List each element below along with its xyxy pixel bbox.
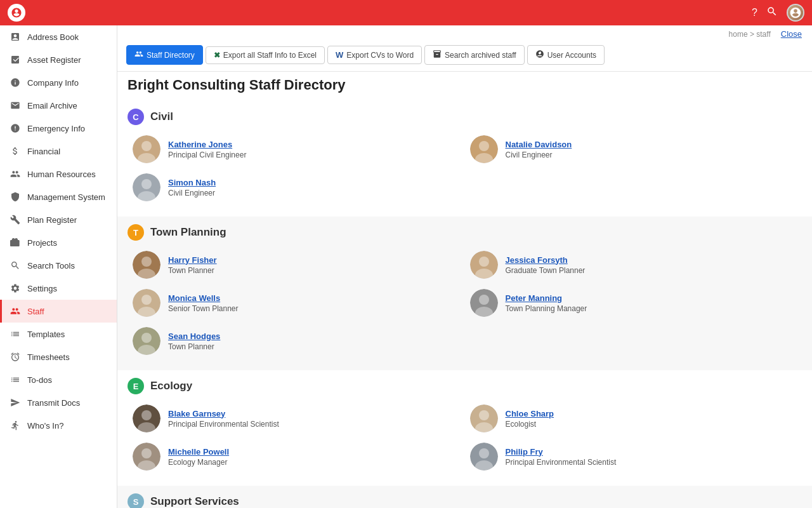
logo (8, 4, 25, 22)
staff-title: Ecology Manager (168, 458, 229, 467)
breadcrumb: home > staff (729, 30, 771, 39)
svg-point-28 (479, 410, 489, 420)
staff-info: Peter Manning Town Planning Manager (506, 293, 587, 313)
staff-avatar (133, 327, 160, 355)
dept-header: S Support Services (117, 486, 812, 508)
transmit-docs-icon (10, 397, 21, 408)
staff-info: Blake Garnsey Principal Environmental Sc… (168, 409, 279, 429)
templates-icon (10, 328, 21, 340)
staff-name[interactable]: Philip Fry (506, 447, 617, 457)
dept-badge: C (128, 109, 144, 125)
svg-point-34 (479, 448, 489, 458)
staff-name[interactable]: Monica Wells (168, 293, 239, 303)
staff-name[interactable]: Blake Garnsey (168, 409, 279, 418)
dept-badge: T (128, 224, 144, 241)
staff-name[interactable]: Simon Nash (168, 178, 216, 187)
dept-name: Ecology (150, 380, 192, 392)
staff-avatar (133, 404, 160, 432)
sidebar-label-templates: Templates (27, 330, 65, 339)
sidebar-label-transmit-docs: Transmit Docs (27, 398, 80, 408)
page-title: Bright Consulting Staff Directory (117, 72, 812, 101)
dept-section-ecology: E Ecology Blake Garnsey Principal Enviro… (117, 370, 812, 486)
staff-avatar (470, 443, 498, 471)
close-button[interactable]: Close (781, 29, 802, 39)
staff-name[interactable]: Peter Manning (506, 293, 587, 303)
sidebar-item-staff[interactable]: Staff (0, 300, 117, 323)
sidebar-label-whos-in: Who's In? (27, 421, 63, 431)
staff-title: Senior Town Planner (168, 304, 239, 313)
staff-card[interactable]: Simon Nash Civil Engineer (128, 168, 465, 206)
staff-card[interactable]: Chloe Sharp Ecologist (465, 399, 802, 438)
sidebar-label-human-resources: Human Resources (27, 170, 96, 179)
search-icon[interactable] (766, 6, 778, 20)
staff-grid: Harry Fisher Town Planner Jessica Forsyt… (117, 246, 812, 370)
sidebar-item-todos[interactable]: To-dos (0, 368, 117, 391)
dept-header: T Town Planning (117, 217, 812, 246)
user-accounts-button[interactable]: User Accounts (527, 45, 605, 65)
staff-card[interactable]: Katherine Jones Principal Civil Engineer (128, 130, 465, 168)
sidebar-item-email-archive[interactable]: Email Archive (0, 94, 117, 117)
sidebar-item-company-info[interactable]: Company Info (0, 71, 117, 94)
export-excel-button[interactable]: ✖ Export all Staff Info to Excel (206, 46, 325, 64)
sidebar-label-todos: To-dos (27, 375, 52, 385)
sidebar-label-asset-register: Asset Register (27, 55, 81, 65)
staff-name[interactable]: Jessica Forsyth (506, 255, 586, 265)
word-icon: W (336, 50, 343, 60)
sidebar-label-financial: Financial (27, 147, 60, 156)
sidebar-label-projects: Projects (27, 238, 57, 248)
svg-point-1 (141, 141, 152, 151)
staff-name[interactable]: Natalie Davidson (506, 140, 572, 149)
staff-card[interactable]: Sean Hodges Town Planner (128, 322, 465, 360)
staff-card[interactable]: Peter Manning Town Planning Manager (465, 284, 802, 322)
staff-name[interactable]: Harry Fisher (168, 255, 217, 265)
sidebar-label-plan-register: Plan Register (27, 215, 77, 225)
sidebar-item-asset-register[interactable]: Asset Register (0, 48, 117, 71)
dept-name: Town Planning (150, 226, 226, 239)
sidebar-item-whos-in[interactable]: Who's In? (0, 414, 117, 437)
sidebar-item-human-resources[interactable]: Human Resources (0, 163, 117, 185)
sidebar-item-emergency-info[interactable]: Emergency Info (0, 117, 117, 140)
search-archived-label: Search archived staff (445, 51, 516, 60)
sidebar-item-projects[interactable]: Projects (0, 231, 117, 254)
sidebar-item-address-book[interactable]: Address Book (0, 25, 117, 48)
sidebar-item-management-system[interactable]: Management System (0, 185, 117, 208)
sidebar-item-search-tools[interactable]: Search Tools (0, 254, 117, 277)
archive-icon (433, 50, 442, 60)
staff-card[interactable]: Philip Fry Principal Environmental Scien… (465, 438, 802, 476)
staff-info: Natalie Davidson Civil Engineer (506, 140, 572, 159)
sidebar-item-templates[interactable]: Templates (0, 323, 117, 345)
staff-card[interactable]: Harry Fisher Town Planner (128, 246, 465, 284)
staff-card[interactable]: Natalie Davidson Civil Engineer (465, 130, 802, 168)
staff-title: Principal Civil Engineer (168, 150, 246, 159)
projects-icon (10, 237, 21, 248)
staff-card[interactable]: Monica Wells Senior Town Planner (128, 284, 465, 322)
staff-title: Ecologist (506, 420, 554, 429)
staff-name[interactable]: Sean Hodges (168, 331, 220, 341)
staff-name[interactable]: Chloe Sharp (506, 409, 554, 418)
staff-name[interactable]: Michelle Powell (168, 447, 229, 457)
dept-name: Support Services (150, 495, 239, 508)
staff-title: Town Planner (168, 266, 217, 275)
sidebar-item-financial[interactable]: Financial (0, 140, 117, 163)
sidebar-item-plan-register[interactable]: Plan Register (0, 208, 117, 231)
staff-card[interactable]: Jessica Forsyth Graduate Town Planner (465, 246, 802, 284)
settings-icon (10, 283, 21, 294)
staff-icon (10, 305, 21, 317)
help-icon[interactable]: ? (752, 7, 757, 18)
search-archived-button[interactable]: Search archived staff (424, 45, 525, 65)
staff-card[interactable]: Michelle Powell Ecology Manager (128, 438, 465, 476)
staff-card[interactable]: Blake Garnsey Principal Environmental Sc… (128, 399, 465, 438)
sidebar-item-settings[interactable]: Settings (0, 277, 117, 300)
staff-info: Harry Fisher Town Planner (168, 255, 217, 275)
staff-directory-button[interactable]: Staff Directory (126, 45, 203, 65)
whos-in-icon (10, 420, 21, 431)
staff-avatar (133, 173, 160, 201)
export-word-button[interactable]: W Export CVs to Word (327, 46, 422, 64)
sidebar-label-timesheets: Timesheets (27, 352, 70, 362)
export-excel-label: Export all Staff Info to Excel (223, 51, 317, 60)
staff-name[interactable]: Katherine Jones (168, 140, 246, 149)
topbar: ? (0, 0, 812, 25)
sidebar-item-timesheets[interactable]: Timesheets (0, 345, 117, 368)
avatar[interactable] (787, 4, 804, 22)
sidebar-item-transmit-docs[interactable]: Transmit Docs (0, 391, 117, 414)
